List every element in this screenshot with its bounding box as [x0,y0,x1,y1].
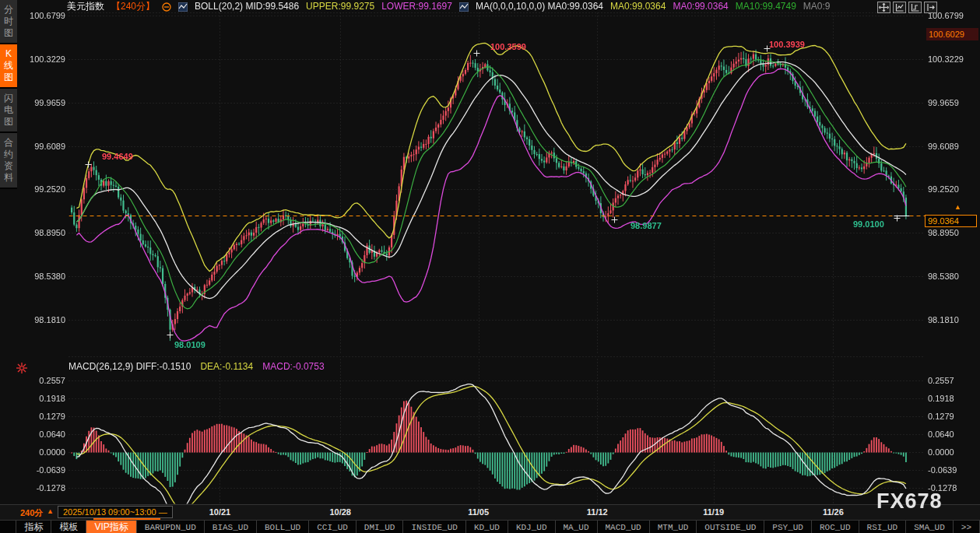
toolbar-tab-11[interactable]: MA_UD [556,521,598,533]
session-high-badge: 100.6029 [926,28,978,40]
price-annotation: 100.3599 [490,42,526,51]
ma-value-1: MA0:99.0364 [610,1,666,12]
date-tick-label: 10/21 [209,507,231,517]
time-axis-bar: 240分 ▲ 2025/10/13 09:00~13:00 — 10/2110/… [0,504,980,521]
price-annotation: 98.9877 [631,221,662,230]
y-axis-right-label: 100.3229 [928,54,964,65]
fit-x-axis-icon[interactable] [908,2,922,13]
y-axis-left-label: 98.8950 [19,227,65,238]
ma-value-2: MA0:99.0364 [673,1,728,12]
date-tick-label: 11/19 [703,507,724,517]
toolbar-tab-5[interactable]: BOLL_UD [257,521,309,533]
price-annotation: 100.3939 [769,40,805,49]
date-tick-label: 11/05 [468,507,489,517]
toolbar-tab-14[interactable]: OUTSIDE_UD [697,521,764,533]
trading-app: 分时图K线图闪电图合约资料 美元指数【240分】BOLL(20,2) MID:9… [0,0,980,533]
toolbar-spacer [0,521,16,533]
ma-value-4: MA0:9 [803,1,831,12]
y-axis-left-label: 99.9659 [19,97,65,108]
toolbar-tab-2[interactable]: VIP指标 [86,521,136,533]
toolbar-tab-0[interactable]: 指标 [16,521,51,533]
indicator-settings-icon[interactable] [16,363,27,373]
period-arrow-icon[interactable]: ▲ [47,507,54,515]
chart-canvas[interactable] [0,0,980,533]
toolbar-tab-10[interactable]: KDJ_UD [508,521,556,533]
y-axis-right-label: 98.8950 [928,227,959,238]
macd-axis-left-label: 0.0000 [19,447,65,458]
toolbar-tab-9[interactable]: KD_UD [466,521,508,533]
macd-axis-left-label: 0.1918 [19,393,65,404]
price-annotation: 99.4649 [102,152,133,161]
indicator-chart-icon [178,2,188,12]
macd-header-seg-2: MACD:-0.0753 [262,361,324,372]
date-tick-label: 10/28 [329,507,351,517]
toolbar-tab-17[interactable]: RSI_UD [859,521,907,533]
ma-value-0: MA(0,0,0,10,0,0) MA0:99.0364 [476,1,603,12]
y-axis-left-label: 99.2520 [19,184,65,195]
minus-circle-icon[interactable] [162,2,171,12]
macd-axis-right-label: 0.0000 [928,447,954,458]
toolbar-tab-8[interactable]: INSIDE_UD [403,521,465,533]
brand-watermark: FX678 [876,489,943,514]
boll-values: BOLL(20,2) MID:99.5486 [195,1,299,12]
date-tick-label: 11/12 [587,507,608,517]
pan-icon[interactable] [877,2,890,13]
boll-lower: LOWER:99.1697 [381,1,452,12]
toolbar-tab-18[interactable]: SMA_UD [906,521,954,533]
toolbar-tab-16[interactable]: ROC_UD [812,521,859,533]
toolbar-tab-15[interactable]: PSY_UD [764,521,812,533]
sidebar-item-1[interactable]: K线图 [0,44,17,89]
toolbar-tab-3[interactable]: BARUPDN_UD [137,521,205,533]
y-axis-right-label: 98.1810 [928,314,959,325]
fit-y-axis-icon[interactable] [893,2,906,13]
toolbar-tab-6[interactable]: CCI_UD [309,521,357,533]
y-axis-left-label: 98.1810 [19,314,65,325]
sidebar-item-2[interactable]: 闪电图 [0,89,17,133]
macd-axis-right-label: -0.0639 [928,465,957,475]
y-axis-right-label: 99.9659 [928,97,959,108]
symbol-title: 美元指数 [67,1,104,12]
price-up-arrow-icon: ▲ [954,203,961,211]
price-annotation: 99.0100 [853,219,884,229]
y-axis-right-label: 99.2520 [928,184,959,195]
y-axis-right-label: 98.5380 [928,271,959,282]
y-axis-left-label: 100.6799 [19,10,65,21]
bottom-toolbar: 指标模板VIP指标BARUPDN_UDBIAS_UDBOLL_UDCCI_UDD… [0,520,980,533]
macd-header-seg-1: DEA:-0.1134 [200,361,253,372]
y-axis-right-label: 99.6089 [928,141,959,152]
date-tick-label: 11/26 [823,507,844,517]
toolbar-tab-7[interactable]: DMI_UD [357,521,404,533]
shift-right-icon[interactable] [924,2,937,13]
macd-axis-left-label: 0.0640 [19,429,65,440]
current-price-badge: 99.0364 [925,215,977,227]
macd-axis-left-label: -0.1278 [19,482,65,493]
sidebar-item-3[interactable]: 合约资料 [0,133,17,189]
y-axis-left-label: 98.5380 [19,271,65,282]
toolbar-tab-4[interactable]: BIAS_UD [205,521,257,533]
left-sidebar: 分时图K线图闪电图合约资料 [0,0,17,189]
toolbar-tab-12[interactable]: MACD_UD [598,521,650,533]
macd-header: MACD(26,12,9) DIFF:-0.1510DEA:-0.1134MAC… [68,361,325,372]
boll-upper: UPPER:99.9275 [306,1,374,12]
macd-axis-right-label: 0.1918 [928,393,954,404]
macd-header-seg-0: MACD(26,12,9) DIFF:-0.1510 [68,361,191,372]
indicator-header: 美元指数【240分】BOLL(20,2) MID:99.5486UPPER:99… [67,1,831,12]
toolbar-tab-1[interactable]: 模板 [51,521,86,533]
period-label[interactable]: 240分 [20,507,43,519]
time-range-box[interactable]: 2025/10/13 09:00~13:00 — [58,506,173,518]
macd-axis-right-label: 0.0640 [928,429,954,440]
sidebar-item-0[interactable]: 分时图 [0,0,17,44]
chart-tools [877,2,937,13]
macd-axis-left-label: -0.0639 [19,465,65,475]
toolbar-tab-more[interactable]: >> [954,521,980,533]
price-annotation: 98.0109 [174,340,205,349]
y-axis-left-label: 100.3229 [19,54,65,65]
macd-axis-right-label: 0.2557 [928,375,954,386]
toolbar-tab-13[interactable]: MTM_UD [650,521,697,533]
period-tag: 【240分】 [111,1,155,12]
macd-axis-right-label: 0.1279 [928,411,954,422]
y-axis-left-label: 99.6089 [19,141,65,152]
indicator-chart-icon [459,2,469,12]
ma-value-3: MA10:99.4749 [736,1,796,12]
macd-axis-left-label: 0.2557 [19,375,65,386]
